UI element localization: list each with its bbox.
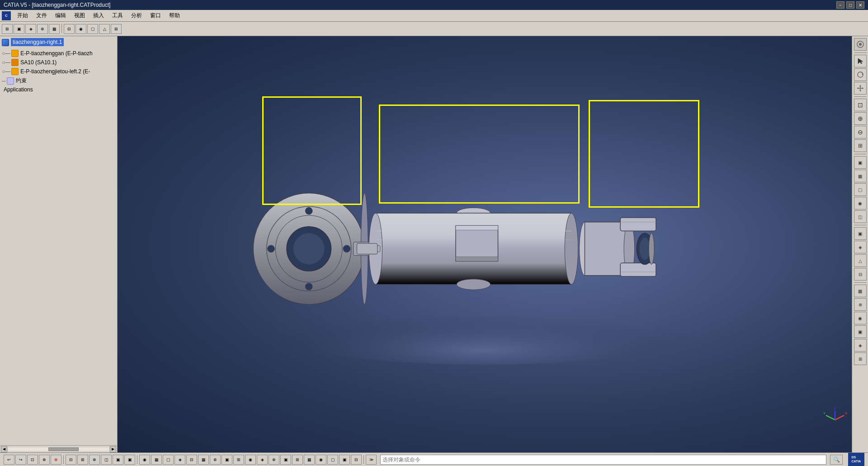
rtool-view2[interactable]: ▦: [854, 170, 867, 182]
bottom-btn-8[interactable]: ⊕: [89, 455, 100, 465]
rtool-view1[interactable]: ▣: [854, 156, 867, 169]
rtool-hide1[interactable]: ▦: [854, 285, 867, 297]
svg-marker-48: [862, 87, 863, 89]
bottom-btn-21[interactable]: ◉: [245, 455, 256, 465]
menu-tools[interactable]: 工具: [108, 11, 127, 21]
bottom-btn-15[interactable]: ◈: [175, 455, 185, 465]
toolbar-btn-3[interactable]: ◈: [25, 24, 36, 34]
rtool-select[interactable]: [854, 55, 867, 67]
bottom-btn-22[interactable]: ◈: [257, 455, 268, 465]
part-icon-3: [11, 68, 19, 75]
bottom-btn-4[interactable]: ⊕: [39, 455, 50, 465]
rtool-settings[interactable]: [854, 38, 867, 51]
tree-item-2[interactable]: ○— SA10 (SA10.1): [2, 58, 115, 67]
command-input[interactable]: [380, 455, 826, 465]
rtool-zoom-fit[interactable]: ⊡: [854, 99, 867, 111]
left-scrollbar: ◀ ▶: [0, 445, 117, 452]
rtool-shade1[interactable]: ▣: [854, 227, 867, 240]
rtool-zoom-area[interactable]: ⊞: [854, 139, 867, 152]
bottom-btn-26[interactable]: ▦: [304, 455, 315, 465]
bottom-btn-17[interactable]: ▦: [198, 455, 209, 465]
toolbar-btn-4[interactable]: ⊕: [37, 24, 48, 34]
tree-item-1[interactable]: ○— E-P-tiaozhenggan (E-P-tiaozh: [2, 49, 115, 58]
part-icon-1: [11, 50, 19, 57]
menu-edit[interactable]: 编辑: [52, 11, 70, 21]
svg-point-41: [859, 43, 862, 46]
tree-item-applications[interactable]: Applications: [2, 86, 115, 94]
coord-indicator: X Y Z: [822, 407, 847, 432]
rtool-render3[interactable]: ⊞: [854, 352, 867, 365]
menu-analysis[interactable]: 分析: [127, 11, 146, 21]
close-button[interactable]: ✕: [856, 1, 864, 9]
rtool-shade3[interactable]: △: [854, 254, 867, 267]
bottom-btn-9[interactable]: ◫: [101, 455, 112, 465]
toolbar-btn-1[interactable]: ⊞: [2, 24, 13, 34]
maximize-button[interactable]: □: [846, 1, 854, 9]
bottom-btn-24[interactable]: ▣: [280, 455, 291, 465]
menu-file[interactable]: 文件: [33, 11, 51, 21]
menu-window[interactable]: 窗口: [146, 11, 165, 21]
menu-insert[interactable]: 插入: [90, 11, 108, 21]
svg-marker-47: [857, 87, 859, 89]
menu-start[interactable]: 开始: [14, 11, 32, 21]
toolbar-btn-6[interactable]: ⊟: [64, 24, 75, 34]
minimize-button[interactable]: −: [836, 1, 844, 9]
tree-root-label[interactable]: tiaozhenggan-right.1: [11, 38, 64, 46]
rtool-view3[interactable]: ▢: [854, 183, 867, 196]
bottom-btn-5[interactable]: ⊗: [51, 455, 61, 465]
bottom-btn-16[interactable]: ⊟: [186, 455, 197, 465]
rtool-shade2[interactable]: ◈: [854, 241, 867, 253]
menu-view[interactable]: 视图: [71, 11, 89, 21]
toolbar-btn-8[interactable]: ▢: [87, 24, 98, 34]
scroll-track[interactable]: [8, 447, 109, 451]
toolbar-btn-7[interactable]: ◉: [75, 24, 86, 34]
bottom-btn-14[interactable]: ▢: [163, 455, 174, 465]
toolbar-btn-5[interactable]: ▦: [49, 24, 60, 34]
rtool-zoom-in[interactable]: ⊕: [854, 112, 867, 125]
svg-point-16: [565, 213, 578, 284]
bottom-btn-30[interactable]: ⊟: [351, 455, 362, 465]
root-icon: [2, 39, 9, 46]
rtool-view4[interactable]: ◉: [854, 197, 867, 209]
search-button[interactable]: 🔍: [830, 455, 843, 465]
rtool-hide2[interactable]: ⊕: [854, 298, 867, 311]
tree-item-3[interactable]: ○— E-P-tiaozhengjietou-left.2 (E-: [2, 67, 115, 76]
rtool-view5[interactable]: ◫: [854, 210, 867, 223]
bottom-btn-11[interactable]: ▣: [124, 455, 135, 465]
tree-item-4[interactable]: ─ 约束: [2, 76, 115, 86]
bottom-btn-more[interactable]: ≫: [366, 455, 377, 465]
bottom-btn-23[interactable]: ⊕: [269, 455, 279, 465]
connector-4: ─: [2, 78, 6, 84]
bottom-btn-13[interactable]: ▦: [151, 455, 162, 465]
rtool-zoom-out[interactable]: ⊖: [854, 126, 867, 138]
viewport[interactable]: X Y Z: [118, 36, 852, 452]
rtool-pan[interactable]: [854, 82, 867, 95]
scroll-left-arrow[interactable]: ◀: [1, 446, 7, 452]
part-icon-2: [11, 59, 19, 66]
bottom-btn-29[interactable]: ▣: [339, 455, 350, 465]
bottom-btn-18[interactable]: ⊕: [210, 455, 221, 465]
bottom-btn-3[interactable]: ⊡: [27, 455, 38, 465]
toolbar-btn-9[interactable]: △: [99, 24, 110, 34]
rtool-clipping[interactable]: ◉: [854, 312, 867, 324]
rtool-rotate[interactable]: [854, 68, 867, 81]
bottom-btn-10[interactable]: ▣: [113, 455, 123, 465]
bottom-btn-27[interactable]: ◉: [316, 455, 326, 465]
menu-help[interactable]: 帮助: [165, 11, 184, 21]
bottom-btn-20[interactable]: ⊞: [233, 455, 244, 465]
rtool-render2[interactable]: ◈: [854, 339, 867, 352]
scroll-right-arrow[interactable]: ▶: [110, 446, 116, 452]
bottom-btn-28[interactable]: ▢: [327, 455, 338, 465]
toolbar-btn-2[interactable]: ▣: [14, 24, 24, 34]
bottom-btn-12[interactable]: ◉: [139, 455, 150, 465]
bottom-btn-7[interactable]: ⊞: [77, 455, 88, 465]
bottom-btn-2[interactable]: ↪: [15, 455, 26, 465]
bottom-btn-25[interactable]: ⊞: [292, 455, 303, 465]
rtool-shade4[interactable]: ⊟: [854, 268, 867, 281]
rtool-render1[interactable]: ▣: [854, 325, 867, 338]
toolbar-btn-10[interactable]: ⊞: [111, 24, 122, 34]
bottom-btn-6[interactable]: ⊟: [66, 455, 76, 465]
bottom-btn-19[interactable]: ▣: [222, 455, 232, 465]
bottom-btn-1[interactable]: ↩: [4, 455, 14, 465]
svg-point-31: [649, 233, 654, 264]
